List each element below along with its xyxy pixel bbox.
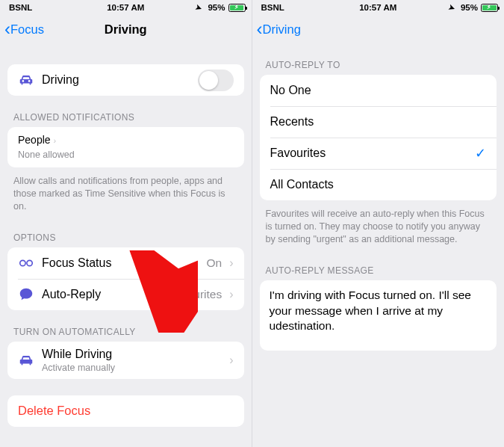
battery-icon: ⚡︎ bbox=[228, 4, 246, 12]
option-favourites[interactable]: Favourites ✓ bbox=[260, 138, 497, 169]
battery-icon: ⚡︎ bbox=[481, 4, 498, 12]
back-button[interactable]: ‹ Driving bbox=[255, 20, 301, 38]
option-no-one[interactable]: No One bbox=[260, 75, 497, 106]
option-label: Favourites bbox=[270, 147, 468, 160]
auto-reply-to-card: No One Recents Favourites ✓ All Contacts bbox=[260, 75, 497, 200]
option-label: No One bbox=[270, 84, 487, 97]
nav-bar: ‹ Driving bbox=[252, 15, 505, 43]
carrier-label: BSNL bbox=[9, 3, 32, 12]
allowed-notif-footer: Allow calls and notifications from peopl… bbox=[0, 167, 252, 216]
chevron-left-icon: ‹ bbox=[257, 20, 263, 38]
battery-percent: 95% bbox=[208, 3, 225, 12]
people-label: People bbox=[18, 134, 51, 146]
status-bar: BSNL 10:57 AM ➤ 95% ⚡︎ bbox=[252, 0, 505, 15]
allowed-notif-card: People › None allowed bbox=[7, 127, 244, 167]
status-bar: BSNL 10:57 AM ➤ 95% ⚡︎ bbox=[0, 0, 252, 15]
chevron-right-icon: › bbox=[53, 136, 56, 145]
while-driving-label: While Driving bbox=[42, 348, 222, 361]
check-icon: ✓ bbox=[475, 145, 486, 161]
chevron-right-icon: › bbox=[229, 288, 233, 301]
auto-reply-message-field[interactable]: I'm driving with Focus turned on. I'll s… bbox=[260, 280, 497, 351]
svg-point-6 bbox=[20, 260, 25, 265]
delete-focus-label: Delete Focus bbox=[18, 404, 90, 418]
auto-reply-value: Favourites bbox=[168, 288, 222, 301]
while-driving-sublabel: Activate manually bbox=[42, 363, 222, 373]
driving-toggle[interactable] bbox=[198, 70, 234, 91]
back-button[interactable]: ‹ Focus bbox=[3, 20, 44, 38]
people-row[interactable]: People › None allowed bbox=[7, 127, 244, 167]
battery-percent: 95% bbox=[461, 3, 478, 12]
delete-card: Delete Focus bbox=[7, 395, 244, 427]
car-icon bbox=[18, 72, 34, 88]
people-sublabel: None allowed bbox=[18, 149, 234, 160]
right-screen: BSNL 10:57 AM ➤ 95% ⚡︎ ‹ Driving AUTO-RE… bbox=[252, 0, 505, 447]
svg-point-7 bbox=[27, 260, 32, 265]
carrier-label: BSNL bbox=[261, 3, 284, 12]
focus-status-label: Focus Status bbox=[42, 256, 199, 270]
auto-reply-label: Auto-Reply bbox=[42, 288, 161, 301]
option-all-contacts[interactable]: All Contacts bbox=[260, 169, 497, 200]
auto-reply-msg-header: AUTO-REPLY MESSAGE bbox=[252, 249, 505, 280]
location-icon: ➤ bbox=[195, 2, 203, 12]
location-icon: ➤ bbox=[447, 2, 455, 12]
left-screen: BSNL 10:57 AM ➤ 95% ⚡︎ ‹ Focus Driving bbox=[0, 0, 252, 447]
chevron-right-icon: › bbox=[229, 256, 233, 270]
back-label: Focus bbox=[10, 22, 44, 37]
auto-on-card: While Driving Activate manually › bbox=[7, 342, 244, 379]
delete-focus-row[interactable]: Delete Focus bbox=[7, 395, 244, 427]
left-content: Driving ALLOWED NOTIFICATIONS People › N… bbox=[0, 43, 252, 447]
car-icon bbox=[18, 352, 34, 369]
clock: 10:57 AM bbox=[359, 3, 396, 12]
focus-status-value: On bbox=[206, 256, 222, 270]
auto-reply-to-footer: Favourites will receive an auto-reply wh… bbox=[252, 200, 505, 249]
options-header: OPTIONS bbox=[0, 216, 252, 247]
clock: 10:57 AM bbox=[107, 3, 144, 12]
chevron-left-icon: ‹ bbox=[4, 20, 10, 38]
auto-reply-row[interactable]: Auto-Reply Favourites › bbox=[7, 279, 244, 310]
focus-status-icon bbox=[18, 255, 34, 271]
speech-bubble-icon bbox=[18, 286, 34, 303]
options-card: Focus Status On › Auto-Reply Favourites … bbox=[7, 247, 244, 310]
option-label: Recents bbox=[270, 115, 487, 129]
chevron-right-icon: › bbox=[229, 354, 233, 367]
driving-toggle-label: Driving bbox=[42, 73, 190, 87]
focus-status-row[interactable]: Focus Status On › bbox=[7, 247, 244, 279]
back-label: Driving bbox=[263, 22, 301, 37]
while-driving-row[interactable]: While Driving Activate manually › bbox=[7, 342, 244, 379]
option-recents[interactable]: Recents bbox=[260, 106, 497, 138]
driving-toggle-row[interactable]: Driving bbox=[7, 64, 244, 96]
page-title: Driving bbox=[105, 22, 147, 37]
right-content: AUTO-REPLY TO No One Recents Favourites … bbox=[252, 43, 505, 447]
option-label: All Contacts bbox=[270, 178, 487, 191]
focus-toggle-card: Driving bbox=[7, 64, 244, 96]
auto-on-header: TURN ON AUTOMATICALLY bbox=[0, 310, 252, 342]
nav-bar: ‹ Focus Driving bbox=[0, 15, 252, 43]
auto-reply-to-header: AUTO-REPLY TO bbox=[252, 43, 505, 75]
allowed-notif-header: ALLOWED NOTIFICATIONS bbox=[0, 96, 252, 127]
